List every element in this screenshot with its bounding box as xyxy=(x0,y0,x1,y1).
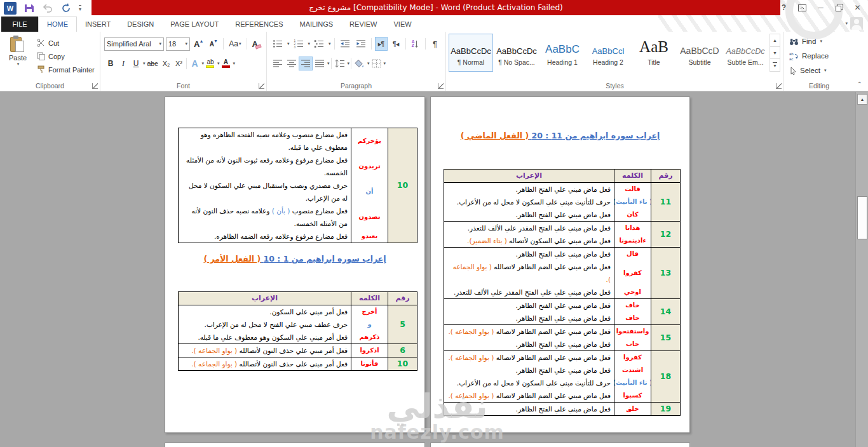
redo-icon[interactable] xyxy=(60,3,72,14)
clear-formatting-button[interactable]: A xyxy=(250,37,263,51)
bold-button[interactable]: B xyxy=(104,57,117,70)
shrink-font-button[interactable]: A▼ xyxy=(207,37,220,51)
format-painter-button[interactable]: Format Painter xyxy=(34,63,98,76)
change-case-button[interactable]: Aa▾ xyxy=(227,37,243,51)
select-button[interactable]: Select▾ xyxy=(789,64,851,77)
multilevel-list-button[interactable] xyxy=(312,37,326,51)
undo-icon[interactable] xyxy=(42,3,53,14)
borders-button[interactable] xyxy=(370,57,383,70)
save-icon[interactable] xyxy=(24,3,35,14)
increase-indent-button[interactable] xyxy=(354,37,368,51)
decrease-indent-button[interactable] xyxy=(338,37,352,51)
style-card-title[interactable]: AaBTitle xyxy=(632,34,676,72)
vertical-scrollbar[interactable]: ▲ xyxy=(855,92,868,447)
font-size-select[interactable]: 18▾ xyxy=(166,37,190,51)
collapse-ribbon-icon[interactable]: ⌃ xyxy=(857,81,862,88)
tab-view[interactable]: VIEW xyxy=(386,17,420,32)
copy-button[interactable]: Copy xyxy=(34,50,98,63)
italic-button[interactable]: I xyxy=(117,57,130,70)
style-card-heading-2[interactable]: AaBbCclHeading 2 xyxy=(586,34,630,72)
i3rab-cell: حرف للتأنيث مبني علي السكون لا محل له من… xyxy=(444,377,614,389)
i3rab-cell: فعل ماض مبني علي الضم الظاهر لاتصاله ( ب… xyxy=(444,389,614,402)
subscript-button[interactable]: X₂ xyxy=(159,57,172,70)
aya-number: 10 xyxy=(388,128,417,243)
style-name: ¶ Normal xyxy=(449,58,492,66)
styles-dialog-launcher-icon[interactable] xyxy=(776,83,782,89)
word-entry: وحرف عطف مبني علي الفتح لا محل له من الإ… xyxy=(179,318,388,331)
i3rab-segment: حرف للتأنيث مبني علي السكون لا محل له من… xyxy=(457,379,611,387)
bullets-button[interactable] xyxy=(271,37,285,51)
strikethrough-button[interactable]: abc xyxy=(146,57,160,70)
style-card--normal[interactable]: AaBbCcDc¶ Normal xyxy=(449,34,493,72)
i3rab-cell: فعل ماض مبني علي الفتح الظاهر. xyxy=(444,312,614,324)
tab-review[interactable]: REVIEW xyxy=(341,17,385,32)
replace-button[interactable]: abac Replace xyxy=(789,50,851,62)
i3rab-segment: فعل ماض مبني علي الضم الظاهر لاتصالله xyxy=(492,263,611,270)
style-card-subtle-em-[interactable]: AaBbCcDcSubtle Em... xyxy=(723,34,768,72)
i3rab-line: فعل ماض مبني علي الضم الظاهر لاتصاله ( ب… xyxy=(447,389,611,402)
tab-page-layout[interactable]: PAGE LAYOUT xyxy=(162,17,227,32)
aya-row: 14خاففعل ماض مبني علي الفتح الظاهر.خاففع… xyxy=(444,298,680,324)
align-center-button[interactable] xyxy=(285,57,299,70)
word-cell: خاب xyxy=(614,338,651,350)
style-card-heading-1[interactable]: AaBbCHeading 1 xyxy=(540,34,585,72)
tab-home[interactable]: HOME xyxy=(38,17,77,32)
align-left-button[interactable] xyxy=(271,57,285,70)
shading-button[interactable] xyxy=(353,57,367,70)
show-paragraph-marks-button[interactable]: ¶ xyxy=(429,37,442,51)
style-card--no-spac-[interactable]: AaBbCcDc¶ No Spac... xyxy=(494,34,539,72)
tab-file[interactable]: FILE xyxy=(1,17,38,32)
tab-insert[interactable]: INSERT xyxy=(77,17,119,32)
text-effects-button[interactable]: A xyxy=(188,57,201,70)
style-card-subtitle[interactable]: AaBbCcDSubtitle xyxy=(677,34,722,72)
highlight-button[interactable]: ab xyxy=(204,57,217,70)
header-aya-number: رقم الآيه xyxy=(651,170,680,182)
i3rab-line: فعل ماض مبني علي الفتح الظاهر. xyxy=(447,338,611,350)
i3rab-cell: فعل ماض مبني علي الفتح الظاهر. xyxy=(444,299,614,312)
underline-button[interactable]: U xyxy=(130,57,142,70)
styles-scroll-up-icon[interactable]: ▲ xyxy=(770,34,780,47)
text-direction-ltr-button[interactable]: ▸¶ xyxy=(375,37,388,51)
sort-button[interactable]: AZ xyxy=(409,37,422,51)
minimize-icon[interactable]: ─ xyxy=(811,0,830,15)
font-family-select[interactable]: Simplified Aral▾ xyxy=(104,37,164,51)
paste-button[interactable]: Paste ▾ xyxy=(2,34,34,81)
help-icon[interactable]: ? xyxy=(775,0,793,15)
justify-button[interactable] xyxy=(313,57,327,70)
customize-qat-icon[interactable]: ▾ xyxy=(79,5,81,12)
superscript-button[interactable]: X² xyxy=(172,57,185,70)
grow-font-button[interactable]: A▲ xyxy=(192,37,205,51)
page-right[interactable]: إعراب سوره ابراهيم من 11 : 20 ( الفعل ال… xyxy=(430,97,690,433)
styles-gallery-expand-icon[interactable]: ▼ xyxy=(770,59,780,71)
paragraph-dialog-launcher-icon[interactable] xyxy=(438,83,444,89)
word-cell: كان xyxy=(614,208,651,221)
scrollbar-thumb[interactable] xyxy=(857,196,867,239)
ribbon-display-options-icon[interactable] xyxy=(793,0,811,15)
font-color-button[interactable]: A xyxy=(219,57,232,70)
align-right-button[interactable] xyxy=(299,57,313,70)
tab-mailings[interactable]: MAILINGS xyxy=(292,17,342,32)
i3rab-line: فعل ماض مبني علي الفتح الظاهر. xyxy=(447,183,611,196)
text-direction-rtl-button[interactable]: ¶◂ xyxy=(390,37,402,51)
i3rab-line: فعل مضارع منصوب وعلامه نصبه الفتحه الظاه… xyxy=(182,128,348,154)
paste-icon xyxy=(10,36,25,54)
tab-design[interactable]: DESIGN xyxy=(119,17,162,32)
scroll-up-icon[interactable]: ▲ xyxy=(857,94,867,105)
group-font: Simplified Aral▾ 18▾ A▲ A▼ Aa▾ A B I U▾ … xyxy=(100,32,267,91)
line-spacing-button[interactable] xyxy=(333,57,347,70)
numbering-button[interactable]: 123 xyxy=(292,37,306,51)
word-logo-icon[interactable]: W xyxy=(4,2,17,15)
font-dialog-launcher-icon[interactable] xyxy=(259,83,264,89)
styles-scroll-down-icon[interactable]: ▼ xyxy=(770,47,780,60)
close-icon[interactable]: ✕ xyxy=(848,0,867,15)
sign-in-control[interactable]: ▾ xyxy=(845,17,863,30)
i3rab-segment: فعل أمر مبني علي حذف النون لأتصالله xyxy=(237,360,348,368)
find-button[interactable]: Find▾ xyxy=(789,35,851,48)
header-i3rab: الإعراب xyxy=(179,292,351,305)
page-left[interactable]: 10يؤخركمفعل مضارع منصوب وعلامه نصبه الفت… xyxy=(165,97,425,433)
clipboard-dialog-launcher-icon[interactable] xyxy=(92,83,98,89)
tab-references[interactable]: REFERENCES xyxy=(227,17,291,32)
cut-button[interactable]: Cut xyxy=(34,36,98,50)
i3rab-segment: فعل أمر مبني علي السكون وهو معطوف علي ما… xyxy=(198,333,348,341)
restore-icon[interactable] xyxy=(830,0,848,15)
